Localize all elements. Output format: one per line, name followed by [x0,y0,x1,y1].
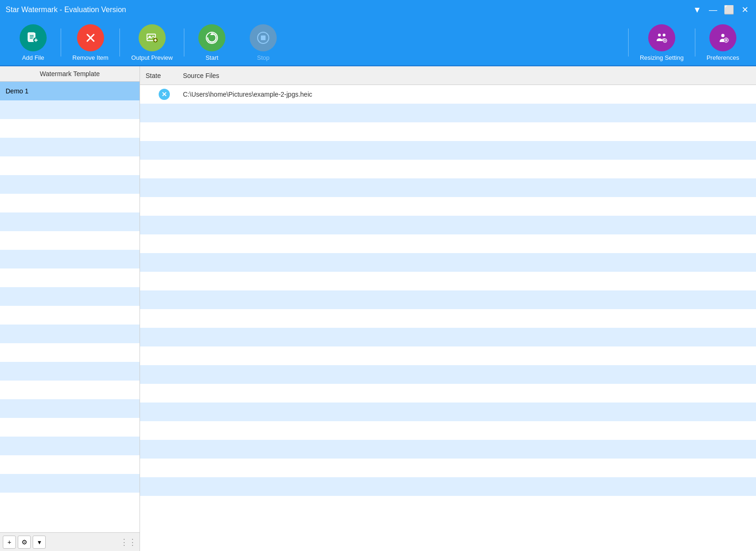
list-item[interactable] [0,418,140,437]
resizing-setting-button[interactable]: Resizing Setting [630,21,693,64]
svg-point-25 [725,39,727,41]
drag-handle: ⋮⋮ [120,537,137,547]
list-item[interactable] [0,231,140,250]
main-content: Watermark Template Demo 1 + ⚙ ▾ ⋮⋮ State… [0,66,756,551]
separator-2 [119,28,120,57]
list-item[interactable] [0,474,140,493]
app-title: Star Watermark - Evaluation Version [6,6,126,14]
list-item[interactable] [0,138,140,156]
svg-point-23 [721,34,724,37]
state-icon: ✕ [159,89,170,100]
list-item[interactable] [0,268,140,287]
table-row[interactable] [140,178,756,197]
table-row[interactable] [140,421,756,440]
table-row[interactable] [140,309,756,328]
stop-button[interactable]: Stop [238,21,289,64]
table-row[interactable] [140,384,756,403]
table-row[interactable] [140,234,756,253]
separator-5 [695,28,695,57]
add-file-button[interactable]: Add File [7,21,59,64]
path-cell: C:\Users\home\Pictures\example-2-jpgs.he… [183,91,750,98]
add-file-icon [20,24,47,51]
table-row[interactable] [140,141,756,160]
list-item[interactable] [0,100,140,119]
file-list[interactable]: ✕C:\Users\home\Pictures\example-2-jpgs.h… [140,85,756,551]
add-file-label: Add File [22,54,44,61]
list-item[interactable] [0,250,140,268]
source-files-column-header: Source Files [183,72,750,79]
table-row[interactable] [140,365,756,384]
table-row[interactable] [140,477,756,496]
list-item[interactable]: Demo 1 [0,82,140,100]
table-row[interactable] [140,122,756,141]
list-item[interactable] [0,455,140,474]
list-item[interactable] [0,175,140,194]
table-row[interactable] [140,253,756,272]
remove-item-icon [77,24,104,51]
list-item[interactable] [0,399,140,418]
preferences-icon [709,24,736,51]
gear-icon: ⚙ [21,538,28,546]
left-footer: + ⚙ ▾ ⋮⋮ [0,532,140,551]
minimize-button[interactable]: — [707,4,719,15]
start-label: Start [205,54,218,61]
svg-rect-18 [261,35,266,40]
table-row[interactable] [140,160,756,178]
remove-item-button[interactable]: Remove Item [63,21,118,64]
list-item[interactable] [0,194,140,212]
table-row[interactable] [140,216,756,234]
stop-label: Stop [257,54,270,61]
list-item[interactable] [0,287,140,306]
table-row[interactable] [140,403,756,421]
table-row[interactable] [140,459,756,477]
window-controls: ▼ — ⬜ ✕ [692,4,750,15]
output-preview-button[interactable]: Output Preview [122,21,182,64]
dropdown-template-button[interactable]: ▾ [33,536,46,549]
list-item[interactable] [0,343,140,362]
svg-point-20 [663,34,665,36]
separator-1 [61,28,61,57]
start-icon [198,24,225,51]
start-button[interactable]: Start [186,21,238,64]
list-item[interactable] [0,212,140,231]
add-icon: + [7,538,11,546]
remove-item-label: Remove Item [72,54,108,61]
right-panel: State Source Files ✕C:\Users\home\Pictur… [140,66,756,551]
file-list-header: State Source Files [140,66,756,85]
preferences-button[interactable]: Preferences [697,21,749,64]
table-row[interactable] [140,290,756,309]
separator-3 [184,28,184,57]
title-bar: Star Watermark - Evaluation Version ▼ — … [0,0,756,20]
table-row[interactable] [140,440,756,459]
list-item[interactable] [0,437,140,455]
resizing-setting-label: Resizing Setting [640,54,684,61]
list-item[interactable] [0,362,140,381]
table-row[interactable] [140,328,756,346]
add-template-button[interactable]: + [3,536,16,549]
list-item[interactable] [0,306,140,325]
watermark-template-header: Watermark Template [0,66,140,82]
svg-point-19 [658,34,661,36]
table-row[interactable] [140,346,756,365]
table-row[interactable] [140,197,756,216]
svg-point-22 [664,40,665,41]
left-panel: Watermark Template Demo 1 + ⚙ ▾ ⋮⋮ [0,66,140,551]
stop-icon [250,24,277,51]
table-row[interactable] [140,104,756,122]
output-preview-icon [139,24,166,51]
settings-template-button[interactable]: ⚙ [18,536,31,549]
list-item[interactable] [0,156,140,175]
table-row[interactable] [140,272,756,290]
state-column-header: State [146,72,183,79]
chevron-down-icon: ▾ [38,538,41,546]
dropdown-icon[interactable]: ▼ [692,4,703,15]
state-cell: ✕ [146,89,183,100]
list-item[interactable] [0,381,140,399]
close-button[interactable]: ✕ [739,4,750,15]
watermark-template-list[interactable]: Demo 1 [0,82,140,532]
resizing-setting-icon [648,24,675,51]
restore-button[interactable]: ⬜ [723,4,735,15]
table-row[interactable]: ✕C:\Users\home\Pictures\example-2-jpgs.h… [140,85,756,104]
list-item[interactable] [0,325,140,343]
list-item[interactable] [0,119,140,138]
